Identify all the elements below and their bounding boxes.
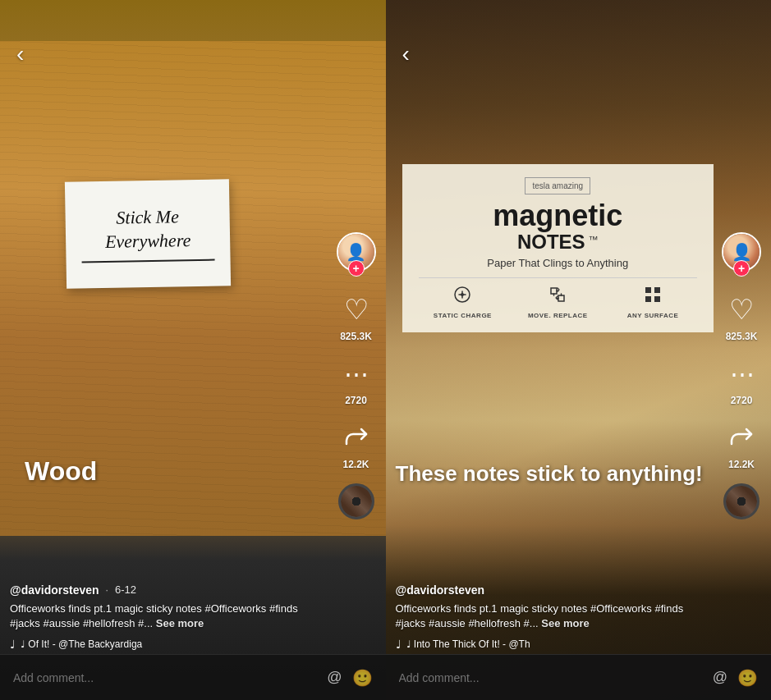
share-icon-right [723, 419, 760, 455]
comment-icon-left: ⋯ [338, 355, 374, 391]
emoji-icon-right[interactable]: 🙂 [737, 668, 758, 688]
see-more-left[interactable]: See more [156, 617, 204, 629]
svg-rect-4 [645, 287, 651, 293]
svg-point-1 [461, 293, 464, 296]
comment-input-left[interactable] [13, 671, 317, 684]
static-charge-label: STATIC CHARGE [434, 312, 492, 319]
music-row-left: ♩ ♩ Of It! - @The Backyardiga [10, 638, 328, 651]
overlay-text-right: These notes stick to anything! [396, 461, 714, 487]
feature-any-surface: ANY SURFACE [608, 285, 697, 319]
music-disc-inner-right [726, 486, 757, 517]
caption-left: Officeworks finds pt.1 magic sticky note… [10, 602, 328, 631]
back-button-right[interactable]: ‹ [402, 41, 410, 67]
see-more-right[interactable]: See more [541, 617, 590, 629]
username-left[interactable]: @davidorsteven [10, 583, 99, 597]
caption-right: Officeworks finds pt.1 magic sticky note… [396, 602, 714, 631]
comment-bar-right: @ 🙂 [386, 654, 772, 700]
music-note-icon-right: ♩ [396, 638, 402, 651]
sticky-underline [82, 258, 215, 263]
emoji-icon-left[interactable]: 🙂 [352, 668, 373, 688]
heart-icon-left: ♡ [338, 291, 374, 327]
comment-count-left: 2720 [345, 395, 367, 406]
svg-rect-3 [558, 295, 564, 301]
date-left: 6-12 [115, 583, 136, 596]
product-tagline: Paper That Clings to Anything [419, 257, 698, 269]
username-row-right: @davidorsteven [396, 583, 714, 597]
left-panel: ‹ Stick MeEverywhere Wood 👤 + ♡ 825.3K ⋯ [0, 0, 386, 700]
svg-rect-7 [654, 296, 660, 302]
svg-rect-5 [654, 287, 660, 293]
back-button-left[interactable]: ‹ [16, 41, 24, 67]
any-surface-icon [643, 285, 663, 309]
actions-right: 👤 + ♡ 825.3K ⋯ 2720 12.2K [722, 232, 761, 519]
like-count-right: 825.3K [726, 331, 758, 342]
like-button-left[interactable]: ♡ 825.3K [338, 291, 374, 342]
product-subtitle: NOTES [517, 231, 585, 254]
at-icon-left[interactable]: @ [327, 669, 342, 686]
follow-plus-right[interactable]: + [733, 260, 750, 277]
heart-icon-right: ♡ [723, 291, 760, 327]
music-row-right: ♩ ♩ Into The Thick Of It! - @Th [396, 638, 714, 651]
music-disc-inner-left [341, 486, 372, 517]
share-button-left[interactable]: 12.2K [338, 419, 374, 470]
surface-label: Wood [25, 456, 97, 487]
move-replace-icon [548, 285, 567, 309]
comment-icon-right: ⋯ [723, 355, 760, 391]
dot-sep-left: · [106, 584, 108, 596]
like-button-right[interactable]: ♡ 825.3K [723, 291, 760, 342]
username-row-left: @davidorsteven · 6-12 [10, 583, 328, 597]
music-text-right: ♩ Into The Thick Of It! - @Th [406, 638, 530, 650]
music-disc-icon-right [723, 483, 760, 519]
share-count-right: 12.2K [728, 459, 755, 470]
music-disc-icon-left [338, 483, 374, 519]
move-replace-label: MOVE. REPLACE [528, 312, 588, 319]
share-button-right[interactable]: 12.2K [723, 419, 760, 470]
sticky-note-left: Stick MeEverywhere [65, 179, 231, 288]
svg-rect-6 [645, 296, 651, 302]
music-text-left: ♩ Of It! - @The Backyardiga [21, 638, 142, 650]
svg-rect-2 [551, 288, 557, 294]
like-count-left: 825.3K [340, 331, 372, 342]
actions-left: 👤 + ♡ 825.3K ⋯ 2720 12.2K [337, 232, 376, 519]
music-disc-right [723, 483, 760, 519]
sticky-note-text: Stick MeEverywhere [104, 206, 190, 254]
comment-button-right[interactable]: ⋯ 2720 [723, 355, 760, 406]
comment-bar-left: @ 🙂 [0, 654, 386, 700]
product-features: STATIC CHARGE MOVE. REPLACE [419, 277, 698, 319]
avatar-container-right[interactable]: 👤 + [722, 232, 761, 272]
music-note-icon-left: ♩ [10, 638, 16, 651]
music-disc-left [338, 483, 374, 519]
bottom-info-left: @davidorsteven · 6-12 Officeworks finds … [10, 583, 328, 651]
share-icon-left [338, 419, 374, 455]
follow-plus-left[interactable]: + [348, 260, 365, 277]
right-panel: ‹ tesla amazing magnetic NOTES ™ Paper T… [386, 0, 772, 700]
avatar-container-left[interactable]: 👤 + [337, 232, 376, 272]
bottom-info-right: @davidorsteven Officeworks finds pt.1 ma… [396, 583, 714, 651]
comment-input-right[interactable] [399, 671, 703, 684]
share-count-left: 12.2K [342, 459, 369, 470]
feature-static-charge: STATIC CHARGE [419, 285, 507, 319]
comment-button-left[interactable]: ⋯ 2720 [338, 355, 374, 406]
static-charge-icon [452, 285, 472, 309]
product-card: tesla amazing magnetic NOTES ™ Paper Tha… [402, 164, 714, 332]
brand-label: tesla amazing [525, 177, 590, 194]
any-surface-label: ANY SURFACE [627, 312, 679, 319]
product-title: magnetic [419, 201, 698, 231]
at-icon-right[interactable]: @ [713, 669, 727, 686]
comment-count-right: 2720 [731, 395, 753, 406]
feature-move-replace: MOVE. REPLACE [513, 285, 602, 319]
username-right[interactable]: @davidorsteven [396, 583, 485, 597]
